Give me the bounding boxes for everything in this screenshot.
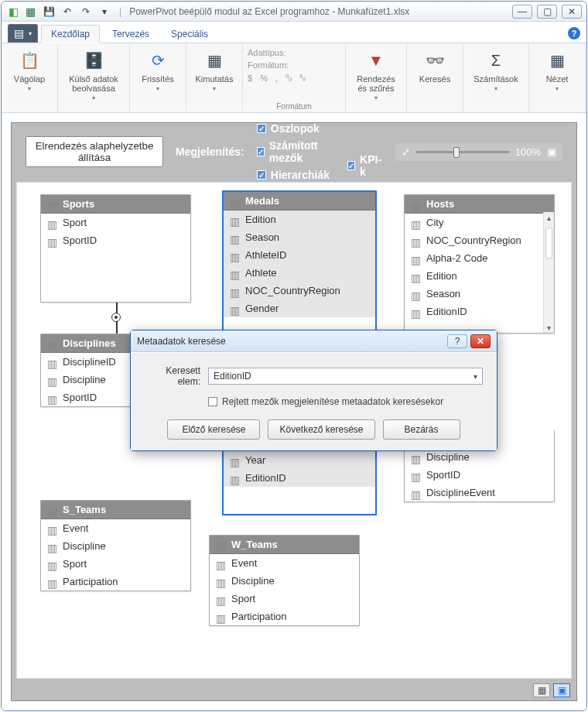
table-row[interactable]: ▥Participation — [41, 573, 190, 590]
column-icon: ▥ — [230, 456, 241, 465]
redo-icon[interactable]: ↷ — [79, 5, 93, 19]
table-row[interactable]: ▥Alpha-2 Code — [405, 249, 543, 267]
table-row[interactable]: ▥AthleteID — [224, 246, 375, 264]
diagram-surface[interactable]: ▦ Sports ▥Sport ▥SportID ▦ Disc — [16, 182, 572, 679]
scroll-up-icon[interactable]: ▴ — [544, 212, 554, 223]
column-icon: ▥ — [411, 254, 422, 263]
table-row[interactable]: ▥Discipline — [41, 537, 190, 555]
zoom-slider[interactable] — [416, 151, 509, 153]
table-sports[interactable]: ▦ Sports ▥Sport ▥SportID — [40, 194, 191, 303]
qat-dropdown-icon[interactable]: ▾ — [97, 5, 111, 19]
find-button[interactable]: 👓 Keresés — [412, 46, 458, 85]
table-row[interactable]: ▥Discipline — [210, 572, 359, 590]
table-row[interactable]: ▥NOC_CountryRegion — [405, 231, 543, 249]
tab-advanced[interactable]: Speciális — [162, 26, 217, 43]
increase-decimal-button[interactable]: ⁰₀ — [285, 73, 292, 83]
column-icon: ▥ — [411, 218, 422, 228]
display-checks-col1: ✓Oszlopok ✓Számított mezők ✓Hierarchiák — [257, 122, 335, 181]
table-row[interactable]: ▥Edition — [405, 267, 543, 285]
maximize-button[interactable]: ▢ — [537, 5, 557, 19]
find-next-button[interactable]: Következő keresése — [268, 419, 374, 440]
dropdown-icon: ▾ — [28, 85, 31, 92]
find-what-select[interactable]: EditionID ▾ — [208, 368, 483, 385]
table-row[interactable]: ▥Season — [224, 228, 375, 246]
dialog-body: Keresett elem: EditionID ▾ Rejtett mezők… — [131, 352, 497, 450]
table-sports-header[interactable]: ▦ Sports — [41, 195, 190, 214]
close-dialog-button[interactable]: Bezárás — [383, 419, 460, 440]
table-hosts-header[interactable]: ▦ Hosts — [405, 195, 554, 214]
scroll-handle[interactable] — [545, 228, 552, 258]
pivot-button[interactable]: ▦ Kimutatás ▾ — [191, 46, 238, 94]
table-row[interactable]: ▥SportID — [41, 231, 190, 249]
zoom-thumb[interactable] — [453, 147, 460, 158]
check-calc-fields[interactable]: ✓Számított mezők — [257, 139, 335, 164]
column-icon: ▥ — [47, 218, 58, 228]
dialog-titlebar[interactable]: Metaadatok keresése ? ✕ — [131, 330, 497, 352]
table-row[interactable]: ▥Gender — [224, 300, 375, 317]
check-hierarchies[interactable]: ✓Hierarchiák — [257, 169, 335, 181]
table-row[interactable]: ▥Sport — [210, 590, 359, 608]
table-row[interactable]: ▥Sport — [41, 555, 190, 573]
percent-button[interactable]: % — [260, 74, 268, 83]
table-icon: ▦ — [216, 540, 227, 549]
view-button[interactable]: ▦ Nézet ▾ — [534, 46, 580, 94]
dialog-help-button[interactable]: ? — [447, 334, 467, 348]
zoom-fit-icon[interactable]: ⤢ — [402, 146, 410, 158]
help-icon[interactable]: ? — [568, 27, 580, 39]
table-row[interactable]: ▥DisciplineEvent — [405, 484, 554, 501]
save-icon[interactable]: 💾 — [42, 5, 56, 19]
refresh-button[interactable]: ⟳ Frissítés ▾ — [135, 46, 181, 94]
table-row[interactable]: ▥Edition — [224, 211, 375, 228]
zoom-original-icon[interactable]: ▣ — [547, 146, 556, 158]
table-row[interactable]: ▥Season — [405, 285, 543, 303]
metadata-search-dialog: Metaadatok keresése ? ✕ Keresett elem: E… — [130, 330, 497, 451]
tab-home[interactable]: Kezdőlap — [41, 25, 100, 43]
table-s-teams-header[interactable]: ▦ S_Teams — [41, 501, 190, 519]
table-medals-header[interactable]: ▦ Medals — [224, 192, 375, 211]
table-hosts[interactable]: ▦ Hosts ▥City ▥NOC_CountryRegion ▥Alpha-… — [404, 194, 555, 334]
decrease-decimal-button[interactable]: ⁰₀ — [299, 73, 306, 83]
reset-layout-button[interactable]: Elrendezés alaphelyzetbe állítása — [26, 136, 163, 167]
external-data-button[interactable]: 🗄️ Külső adatok beolvasása ▾ — [63, 46, 125, 103]
column-icon: ▥ — [411, 488, 422, 498]
table-disciplines-title: Disciplines — [63, 337, 116, 349]
tab-design[interactable]: Tervezés — [103, 26, 159, 43]
file-tab[interactable]: ▤ ▾ — [8, 24, 38, 43]
table-medals-title: Medals — [245, 195, 279, 207]
scroll-down-icon[interactable]: ▾ — [544, 322, 554, 333]
sort-filter-button[interactable]: ▼ Rendezés és szűrés ▾ — [350, 46, 402, 103]
table-row[interactable]: ▥Event — [41, 519, 190, 537]
comma-button[interactable]: , — [275, 74, 278, 83]
table-row[interactable]: ▥Year — [224, 451, 375, 469]
clipboard-button[interactable]: 📋 Vágólap ▾ — [6, 46, 53, 94]
table-row[interactable]: ▥NOC_CountryRegion — [224, 282, 375, 300]
table-row[interactable]: ▥Event — [210, 554, 359, 572]
diagram-view-button[interactable]: ▣ — [553, 683, 570, 697]
table-row[interactable]: ▥City — [405, 214, 543, 231]
calculations-label: Számítások — [473, 74, 518, 84]
table-s-teams[interactable]: ▦ S_Teams ▥Event ▥Discipline ▥Sport ▥Par… — [40, 500, 191, 591]
close-button[interactable]: ✕ — [562, 5, 582, 19]
table-hosts-scrollbar[interactable]: ▴ ▾ — [543, 212, 554, 333]
undo-icon[interactable]: ↶ — [60, 5, 74, 19]
check-kpi[interactable]: ✓KPI-k — [347, 153, 383, 178]
table-icon: ▦ — [230, 197, 241, 206]
calculations-button[interactable]: Σ Számítások ▾ — [468, 46, 524, 94]
check-columns[interactable]: ✓Oszlopok — [257, 122, 335, 135]
datatype-label: Adattípus: — [248, 48, 286, 57]
table-w-teams-header[interactable]: ▦ W_Teams — [210, 536, 359, 554]
table-row[interactable]: ▥Sport — [41, 214, 190, 231]
currency-button[interactable]: $ — [248, 74, 252, 83]
dialog-close-button[interactable]: ✕ — [470, 334, 491, 348]
minimize-button[interactable]: — — [512, 5, 532, 19]
ribbon: 📋 Vágólap ▾ 🗄️ Külső adatok beolvasása ▾… — [2, 43, 586, 113]
table-w-teams[interactable]: ▦ W_Teams ▥Event ▥Discipline ▥Sport ▥Par… — [209, 535, 360, 626]
table-row[interactable]: ▥Participation — [210, 608, 359, 625]
find-previous-button[interactable]: Előző keresése — [167, 419, 260, 440]
show-hidden-checkbox[interactable]: Rejtett mezők megjelenítése metaadatok k… — [208, 396, 483, 407]
table-row[interactable]: ▥SportID — [405, 466, 554, 484]
table-row[interactable]: ▥Athlete — [224, 264, 375, 282]
table-row[interactable]: ▥EditionID — [224, 469, 375, 487]
table-row[interactable]: ▥EditionID — [405, 303, 543, 320]
data-view-button[interactable]: ▦ — [533, 683, 550, 697]
